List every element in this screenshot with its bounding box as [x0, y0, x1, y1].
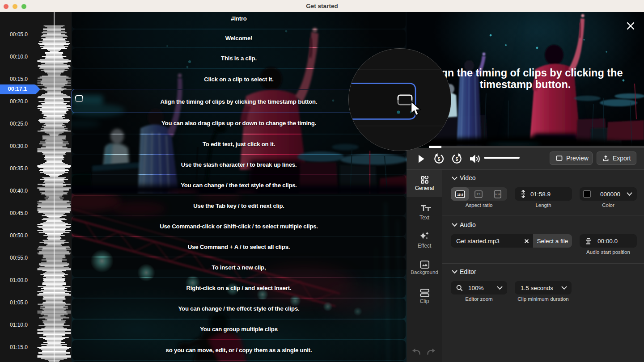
svg-text:16:9: 16:9 — [457, 193, 463, 196]
svg-text:5: 5 — [438, 157, 441, 162]
svg-text:5: 5 — [456, 157, 458, 162]
svg-text:9:16: 9:16 — [495, 193, 500, 196]
svg-text:1:1: 1:1 — [476, 193, 481, 196]
